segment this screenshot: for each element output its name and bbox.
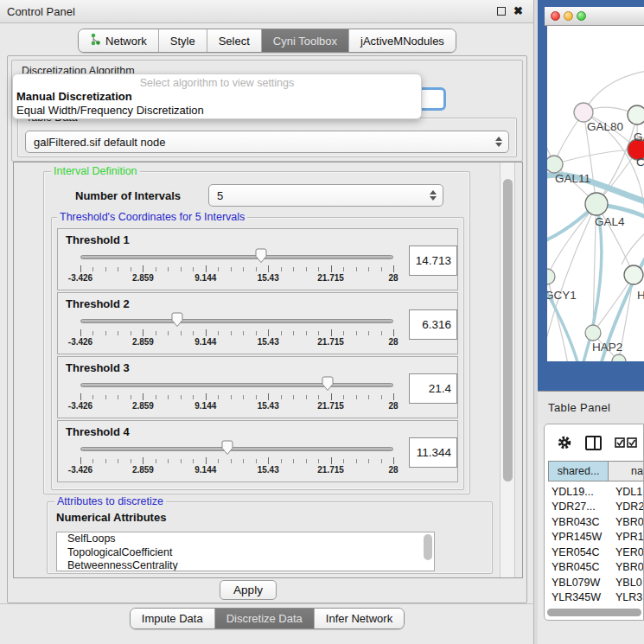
close-traffic-light-icon[interactable] xyxy=(551,11,560,21)
tick-mark xyxy=(231,331,232,335)
popup-item-manual-discretization[interactable]: Manual Discretization xyxy=(13,89,421,103)
tick-mark xyxy=(143,457,143,464)
number-of-intervals-combobox[interactable]: 5 xyxy=(208,184,443,207)
network-node[interactable] xyxy=(574,103,593,122)
tab-select[interactable]: Select xyxy=(207,29,261,52)
tick-mark xyxy=(268,457,269,464)
tick-label: 9.144 xyxy=(194,401,216,411)
tab-discretize-data[interactable]: Discretize Data xyxy=(214,609,314,628)
node-label: GAL4 xyxy=(595,215,625,228)
h-scrollbar[interactable] xyxy=(547,609,641,617)
tab-style[interactable]: Style xyxy=(158,29,207,52)
network-canvas[interactable]: GAL80GACGAL11GAL4GCY1HHAP2 xyxy=(547,26,644,361)
tick-label: -3.426 xyxy=(68,401,92,411)
network-graph[interactable]: GAL80GACGAL11GAL4GCY1HHAP2 xyxy=(547,26,644,361)
thresholds-group-label: Threshold's Coordinates for 5 Intervals xyxy=(57,212,247,223)
slider-track[interactable] xyxy=(80,319,393,323)
network-node[interactable] xyxy=(585,325,601,341)
zoom-traffic-light-icon[interactable] xyxy=(577,11,586,21)
slider-track[interactable] xyxy=(80,383,393,387)
tick-mark xyxy=(92,459,93,463)
tick-mark xyxy=(143,393,143,400)
list-item-selfloops[interactable]: SelfLoops xyxy=(57,532,434,546)
tick-mark xyxy=(331,457,332,464)
table-data-combobox[interactable]: galFiltered.sif default node xyxy=(25,131,509,153)
float-window-icon[interactable] xyxy=(497,7,506,16)
list-item-betweennesscentrality[interactable]: BetweennessCentrality xyxy=(57,559,434,571)
cell-shared-name: YBL079W xyxy=(545,577,614,589)
table-row[interactable]: YBR045CYBR0 xyxy=(545,560,643,576)
table-row[interactable]: YPR145WYPR1 xyxy=(545,530,643,545)
slider-handle[interactable] xyxy=(254,248,268,264)
column-header-shared-name[interactable]: shared... xyxy=(548,461,609,481)
network-node[interactable] xyxy=(547,269,555,284)
tick-mark xyxy=(306,395,307,399)
slider-track[interactable] xyxy=(80,447,393,451)
node-label: H xyxy=(637,289,644,302)
scrollbar-track[interactable] xyxy=(500,163,515,577)
tick-mark xyxy=(268,265,269,272)
network-edge[interactable] xyxy=(547,204,596,277)
network-node[interactable] xyxy=(585,193,608,215)
numerical-attributes-list[interactable]: SelfLoopsTopologicalCoefficientBetweenne… xyxy=(56,532,435,571)
list-scrollbar-thumb[interactable] xyxy=(424,534,432,560)
close-icon[interactable]: ✖ xyxy=(513,7,523,16)
tab-jactivemnodules[interactable]: jActiveMNodules xyxy=(348,29,456,52)
table-header-row: shared... na xyxy=(548,461,643,481)
tab-label: Cyni Toolbox xyxy=(273,35,337,48)
network-window-titlebar[interactable] xyxy=(545,7,644,26)
slider-handle[interactable] xyxy=(321,376,335,392)
table-row[interactable]: YBL079WYBL0 xyxy=(545,575,643,590)
network-node[interactable] xyxy=(628,105,644,124)
attributes-group: Attributes to discretize Numerical Attri… xyxy=(47,501,493,574)
network-node[interactable] xyxy=(624,265,643,284)
tick-mark xyxy=(381,267,382,271)
tick-label: -3.426 xyxy=(68,337,92,347)
minimize-traffic-light-icon[interactable] xyxy=(564,11,573,21)
slider-handle[interactable] xyxy=(220,440,234,456)
tick-mark xyxy=(256,395,257,399)
tick-mark xyxy=(368,267,369,271)
threshold-value-field[interactable]: 11.344 xyxy=(409,437,457,468)
checkbox-columns-icon[interactable] xyxy=(615,437,638,449)
column-header-name[interactable]: na xyxy=(609,461,643,481)
table-row[interactable]: YLR345WYLR3 xyxy=(545,590,643,606)
network-node[interactable] xyxy=(547,156,563,173)
table-row[interactable]: YDR27...YDR2 xyxy=(545,500,643,515)
cell-shared-name: YBR045C xyxy=(545,561,614,573)
tick-mark xyxy=(131,331,131,335)
tick-mark xyxy=(105,267,106,271)
spinner-icon xyxy=(427,190,443,201)
list-item-topologicalcoefficient[interactable]: TopologicalCoefficient xyxy=(57,546,434,560)
tick-mark xyxy=(306,267,307,271)
top-tabbar: NetworkStyleSelectCyni ToolboxjActiveMNo… xyxy=(0,29,534,53)
split-columns-icon[interactable] xyxy=(585,436,602,450)
tab-cyni-toolbox[interactable]: Cyni Toolbox xyxy=(261,29,348,52)
cell-name: YBR0 xyxy=(614,516,643,528)
table-row[interactable]: YBR043CYBR0 xyxy=(545,514,643,530)
scrollbar-thumb[interactable] xyxy=(503,179,513,481)
threshold-value-field[interactable]: 6.316 xyxy=(409,309,457,340)
tick-mark xyxy=(256,459,257,463)
tick-mark xyxy=(356,395,357,399)
tick-mark xyxy=(306,331,307,335)
tick-mark xyxy=(318,459,319,463)
threshold-value-field[interactable]: 21.4 xyxy=(409,373,457,404)
tab-network[interactable]: Network xyxy=(79,29,158,52)
tick-mark xyxy=(318,267,319,271)
slider-handle[interactable] xyxy=(170,312,184,328)
tab-impute-data[interactable]: Impute Data xyxy=(131,609,214,628)
table-row[interactable]: YDL19...YDL1 xyxy=(545,484,643,500)
slider-track[interactable] xyxy=(80,255,393,259)
apply-button[interactable]: Apply xyxy=(220,580,277,600)
tick-mark xyxy=(281,459,282,463)
threshold-value-field[interactable]: 14.713 xyxy=(409,245,457,276)
tab-infer-network[interactable]: Infer Network xyxy=(314,609,404,628)
popup-item-equal-width-frequency-discretization[interactable]: Equal Width/Frequency Discretization xyxy=(13,103,421,117)
network-edge[interactable] xyxy=(622,232,644,265)
h-scrollbar-thumb[interactable] xyxy=(547,609,641,616)
tick-label: 9.144 xyxy=(194,273,216,283)
tick-mark xyxy=(206,393,207,400)
gear-icon[interactable] xyxy=(557,435,572,450)
table-row[interactable]: YER054CYER0 xyxy=(545,545,643,560)
